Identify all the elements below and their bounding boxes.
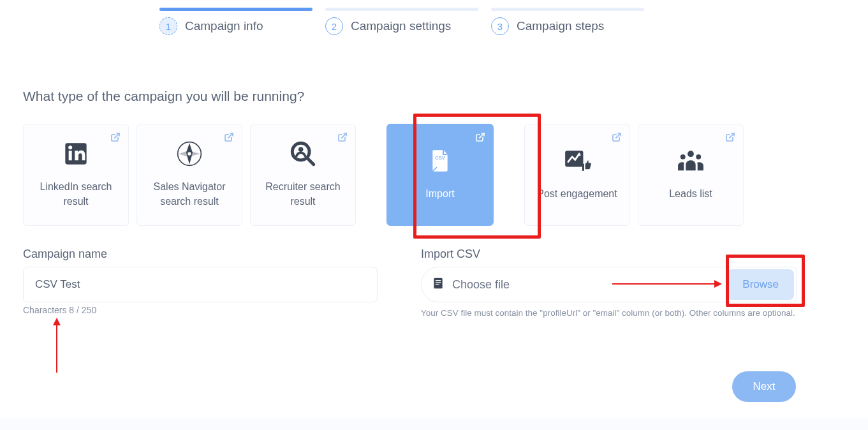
svg-line-4	[228, 133, 233, 138]
file-chooser[interactable]: Choose file Browse	[421, 267, 797, 302]
svg-rect-24	[436, 282, 441, 283]
step-label: Campaign settings	[351, 19, 451, 33]
card-title: Import	[425, 186, 454, 201]
card-post-engagement[interactable]: Post engagement	[524, 124, 630, 226]
step-progress-bar	[325, 8, 478, 11]
svg-rect-25	[436, 285, 439, 285]
step-progress-bar	[159, 8, 313, 11]
external-link-icon	[110, 132, 121, 145]
card-title: Recruiter search result	[265, 179, 340, 209]
annotation-arrow-up	[56, 319, 57, 373]
step-campaign-steps[interactable]: 3 Campaign steps	[491, 8, 644, 35]
import-csv-label: Import CSV	[421, 248, 480, 261]
card-import[interactable]: CSV Import	[386, 124, 494, 226]
character-counter: Characters 8 / 250	[23, 305, 96, 315]
footer-strip	[0, 419, 868, 430]
compass-icon	[177, 141, 202, 169]
step-number: 1	[159, 17, 177, 35]
chart-like-icon	[563, 148, 591, 176]
svg-point-19	[688, 151, 694, 158]
svg-line-9	[342, 133, 346, 138]
file-placeholder: Choose file	[452, 278, 719, 292]
step-campaign-info[interactable]: 1 Campaign info	[159, 8, 313, 35]
svg-line-18	[730, 133, 734, 138]
svg-point-3	[68, 145, 72, 149]
spacer	[501, 124, 517, 226]
svg-rect-22	[434, 278, 442, 289]
person-search-icon	[290, 141, 316, 169]
svg-point-21	[696, 154, 701, 159]
svg-line-12	[308, 158, 314, 164]
wizard-stepper: 1 Campaign info 2 Campaign settings 3 Ca…	[159, 8, 644, 35]
svg-rect-2	[69, 151, 72, 160]
csv-file-icon: CSV	[427, 148, 453, 176]
card-linkedin-search[interactable]: LinkedIn search result	[23, 124, 129, 226]
svg-point-20	[680, 154, 686, 159]
campaign-name-input[interactable]	[23, 267, 378, 302]
external-link-icon	[337, 132, 348, 145]
card-title: LinkedIn search result	[40, 179, 112, 209]
step-campaign-settings[interactable]: 2 Campaign settings	[325, 8, 478, 35]
svg-line-0	[115, 133, 119, 138]
step-number: 2	[325, 17, 343, 35]
people-group-icon	[676, 148, 705, 176]
file-icon	[432, 277, 445, 292]
external-link-icon	[725, 132, 735, 145]
step-number: 3	[491, 17, 509, 35]
external-link-icon	[612, 132, 622, 145]
step-progress-bar	[491, 8, 644, 11]
card-recruiter-search[interactable]: Recruiter search result	[250, 124, 356, 226]
svg-line-13	[480, 133, 484, 138]
linkedin-icon	[63, 141, 89, 169]
svg-rect-23	[436, 280, 441, 281]
next-button[interactable]: Next	[732, 371, 796, 402]
svg-text:CSV: CSV	[435, 156, 445, 161]
card-title: Post engagement	[537, 186, 617, 201]
campaign-type-heading: What type of the campaign you will be ru…	[23, 89, 304, 104]
svg-point-11	[298, 147, 304, 152]
external-link-icon	[475, 132, 485, 145]
browse-button[interactable]: Browse	[727, 269, 794, 300]
svg-point-8	[188, 152, 191, 155]
svg-line-15	[616, 133, 621, 138]
card-sales-navigator[interactable]: Sales Navigator search result	[136, 124, 242, 226]
campaign-type-cards: LinkedIn search result Sales Navigator s…	[23, 124, 744, 226]
step-label: Campaign steps	[517, 19, 604, 33]
card-leads-list[interactable]: Leads list	[638, 124, 744, 226]
csv-hint: Your CSV file must contain the "profileU…	[421, 308, 797, 320]
step-label: Campaign info	[185, 19, 263, 33]
card-title: Leads list	[669, 186, 712, 201]
campaign-name-label: Campaign name	[23, 248, 107, 261]
external-link-icon	[224, 132, 234, 145]
card-title: Sales Navigator search result	[154, 179, 226, 209]
spacer	[364, 124, 379, 226]
